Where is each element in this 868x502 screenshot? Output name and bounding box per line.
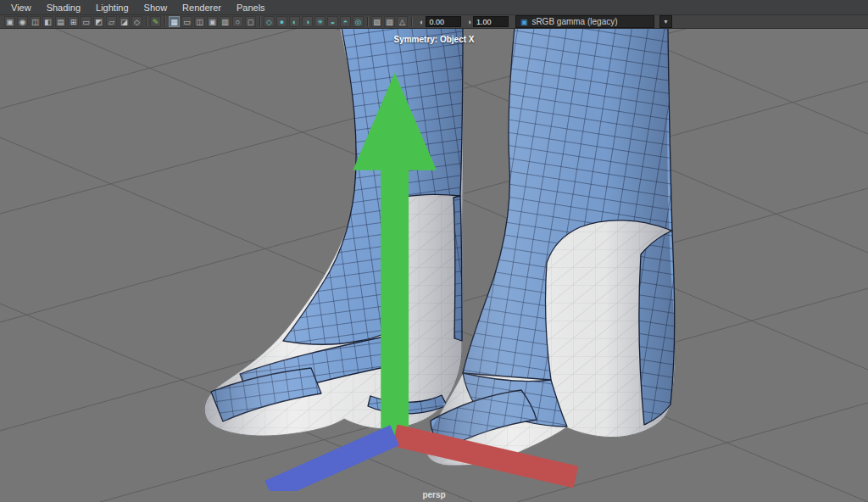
view-transform-label: sRGB gamma (legacy) (531, 17, 617, 26)
menu-panels[interactable]: Panels (229, 0, 273, 14)
gamma-icon[interactable]: ◑ (466, 18, 470, 26)
two-d-pan-zoom-icon[interactable]: ⊞ (68, 16, 79, 27)
menu-shading[interactable]: Shading (39, 0, 88, 14)
resolution-gate-icon[interactable]: ◫ (194, 16, 205, 27)
use-default-material-icon[interactable]: ◑ (302, 16, 313, 27)
bookmarks-icon[interactable]: ◧ (42, 16, 53, 27)
gamma-input[interactable] (473, 16, 509, 27)
backface-culling-icon[interactable]: ◪ (119, 16, 130, 27)
isolate-select-icon[interactable]: ◩ (93, 16, 104, 27)
image-plane-icon[interactable]: ▤ (55, 16, 66, 27)
lights-mode-icon[interactable]: ☀ (314, 16, 326, 27)
menu-show[interactable]: Show (136, 0, 175, 14)
oversize-view-icon[interactable]: ▭ (81, 16, 92, 27)
maya-viewport-panel: View Shading Lighting Show Renderer Pane… (0, 0, 868, 502)
texture-placement-icon[interactable]: ▧ (384, 16, 395, 27)
viewport-3d[interactable]: Symmetry: Object X persp (0, 28, 868, 502)
view-transform-dropdown[interactable]: ▣ sRGB gamma (legacy) (515, 15, 654, 28)
left-leg-edge-strip[interactable] (453, 196, 462, 341)
toolbar-separator (146, 17, 147, 26)
select-camera-icon[interactable]: ▣ (4, 16, 15, 27)
menu-lighting[interactable]: Lighting (88, 0, 136, 14)
x-ray-icon[interactable]: ▱ (106, 16, 117, 27)
wireframe-mode-icon[interactable]: ◇ (264, 16, 275, 27)
smooth-shade-all-icon[interactable]: ● (276, 16, 287, 27)
camera-attributes-icon[interactable]: ◫ (30, 16, 41, 27)
toolbar-separator (259, 17, 260, 26)
film-gate-icon[interactable]: ▭ (181, 16, 192, 27)
menu-renderer[interactable]: Renderer (175, 0, 229, 14)
panel-menubar: View Shading Lighting Show Renderer Pane… (0, 0, 868, 15)
clipping-toggle-icon[interactable]: △ (397, 16, 408, 27)
grease-pencil-icon[interactable]: ✎ (150, 16, 161, 27)
right-leg-edge-strip[interactable] (639, 231, 675, 425)
exposure-icon[interactable]: ◐ (420, 18, 424, 26)
toolbar-separator (411, 17, 412, 26)
panel-toolbar: ▣◉◫◧▤⊞▭◩▱◪◇✎▦▭◫▣▥○◻◇●◐◑☀◒◓◎▨▧△ ◐ ◑ ▣ sRG… (0, 15, 868, 29)
menu-view[interactable]: View (3, 0, 39, 14)
panel-toolbar-icons: ▣◉◫◧▤⊞▭◩▱◪◇✎▦▭◫▣▥○◻◇●◐◑☀◒◓◎▨▧△ (3, 16, 415, 27)
motion-blur-toggle-icon[interactable]: ◎ (353, 16, 364, 27)
toolbar-separator (164, 17, 165, 26)
exposure-input[interactable] (426, 16, 461, 27)
exposure-field: ◐ (420, 16, 461, 27)
grid-display-icon[interactable]: ▦ (169, 16, 180, 27)
safe-title-icon[interactable]: ◻ (245, 16, 256, 27)
safe-action-icon[interactable]: ○ (232, 16, 243, 27)
screen-space-ao-icon[interactable]: ◓ (340, 16, 351, 27)
viewport-canvas[interactable] (0, 28, 868, 502)
multisample-aa-icon[interactable]: ▨ (371, 16, 382, 27)
shadows-toggle-icon[interactable]: ◒ (327, 16, 338, 27)
gate-mask-icon[interactable]: ▣ (207, 16, 218, 27)
toolbar-separator (367, 17, 368, 26)
wireframe-on-shaded-icon[interactable]: ◇ (131, 16, 142, 27)
color-management-icon: ▣ (520, 18, 528, 26)
view-transform-arrow-icon[interactable]: ▼ (659, 15, 672, 28)
lock-camera-icon[interactable]: ◉ (17, 16, 28, 27)
gamma-field: ◑ (466, 16, 508, 27)
field-chart-icon[interactable]: ▥ (220, 16, 231, 27)
textured-mode-icon[interactable]: ◐ (289, 16, 300, 27)
